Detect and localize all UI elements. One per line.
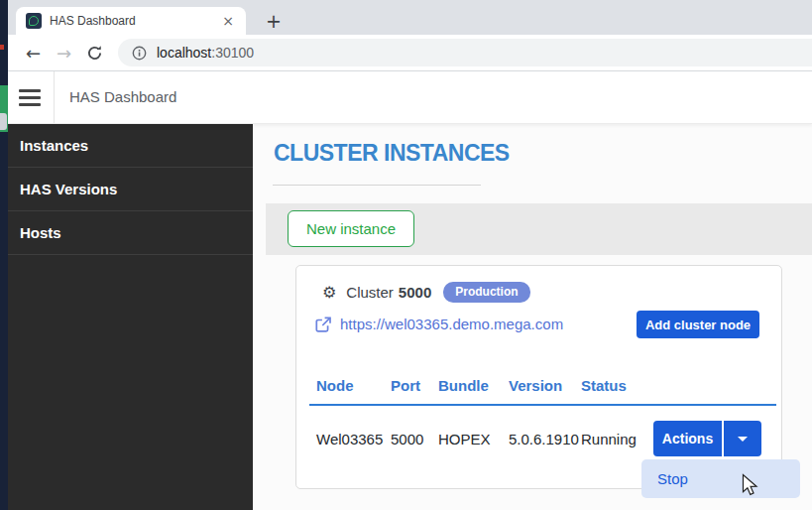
browser-toolbar: ← → localhost:30100 — [8, 35, 812, 71]
col-bundle: Bundle — [438, 377, 509, 394]
col-version: Version — [509, 377, 581, 394]
background-window-handle — [0, 113, 7, 130]
environment-badge: Production — [443, 282, 529, 303]
sidebar: Instances HAS Versions Hosts — [8, 124, 253, 510]
cluster-title-row: ⚙ Cluster 5000 Production — [322, 282, 530, 303]
actions-band: New instance — [266, 203, 812, 255]
cell-version: 5.0.6.1910 — [509, 431, 581, 447]
sidebar-item-hosts[interactable]: Hosts — [8, 211, 253, 255]
col-status: Status — [581, 377, 655, 394]
actions-menu: Stop — [641, 459, 800, 498]
background-window-edge — [0, 0, 8, 510]
header-divider — [54, 71, 55, 123]
title-divider — [273, 185, 481, 186]
info-icon[interactable] — [132, 46, 147, 61]
table-header-row: Node Port Bundle Version Status — [316, 377, 655, 394]
table-header-underline — [309, 404, 776, 406]
cluster-url-link[interactable]: https://wel03365.demo.mega.com — [340, 316, 563, 332]
cluster-card: ⚙ Cluster 5000 Production https://wel033… — [295, 265, 782, 489]
new-tab-button[interactable]: + — [260, 7, 288, 35]
cell-bundle: HOPEX — [438, 431, 509, 447]
cell-node: Wel03365 — [316, 431, 391, 447]
menu-icon[interactable] — [19, 89, 41, 106]
actions-dropdown-toggle[interactable] — [724, 421, 761, 456]
sidebar-item-instances[interactable]: Instances — [8, 124, 253, 168]
tab-close-icon[interactable]: × — [220, 13, 236, 29]
browser-window: HAS Dashboard × + ← → localhost:30100 — [0, 0, 812, 510]
app-title: HAS Dashboard — [69, 71, 176, 123]
browser-tab-bar: HAS Dashboard × + — [8, 0, 812, 35]
main-content: CLUSTER INSTANCES New instance ⚙ Cluster… — [253, 124, 812, 510]
chevron-down-icon — [738, 437, 748, 442]
url-bar[interactable]: localhost:30100 — [118, 39, 812, 66]
cell-port: 5000 — [391, 431, 438, 447]
actions-split-button: Actions — [653, 421, 761, 456]
forward-button: → — [49, 43, 79, 64]
table-row: Wel03365 5000 HOPEX 5.0.6.1910 Running — [316, 421, 655, 456]
site-favicon-icon — [26, 13, 42, 29]
add-cluster-node-button[interactable]: Add cluster node — [637, 311, 759, 338]
browser-tab[interactable]: HAS Dashboard × — [16, 7, 246, 35]
new-instance-button[interactable]: New instance — [288, 210, 414, 247]
external-link-icon — [315, 317, 331, 332]
background-window-dot — [0, 45, 4, 50]
cluster-number: 5000 — [399, 284, 431, 301]
col-port: Port — [391, 377, 438, 394]
gear-icon: ⚙ — [322, 283, 336, 302]
cluster-link-row: https://wel03365.demo.mega.com — [315, 316, 563, 332]
cell-status: Running — [581, 431, 655, 447]
url-text: localhost:30100 — [157, 45, 254, 61]
mouse-cursor — [742, 473, 759, 501]
page-title: CLUSTER INSTANCES — [274, 140, 510, 167]
sidebar-item-has-versions[interactable]: HAS Versions — [8, 168, 253, 211]
menu-item-stop[interactable]: Stop — [657, 470, 688, 487]
app-header: HAS Dashboard — [8, 71, 812, 124]
tab-title: HAS Dashboard — [50, 14, 220, 28]
back-button[interactable]: ← — [18, 43, 49, 64]
actions-button[interactable]: Actions — [653, 421, 722, 456]
reload-button[interactable] — [79, 45, 110, 62]
col-node: Node — [316, 377, 391, 394]
cluster-label: Cluster — [346, 284, 394, 301]
